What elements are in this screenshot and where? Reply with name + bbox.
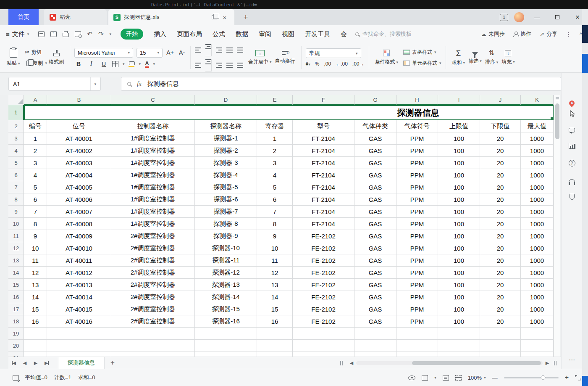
cell[interactable]: FE-2102	[293, 279, 354, 291]
cell[interactable]: PPM	[396, 181, 438, 193]
row-header-4[interactable]: 4	[8, 145, 24, 157]
cell[interactable]: 探测器-10	[195, 242, 257, 254]
cell[interactable]	[47, 340, 111, 352]
cell[interactable]: 20	[480, 193, 521, 206]
align-left-icon[interactable]	[195, 63, 201, 68]
cell[interactable]: 20	[480, 291, 521, 303]
cut-button[interactable]: ✂ 剪切	[25, 49, 47, 56]
cell[interactable]: 探测器-8	[195, 218, 257, 230]
cell[interactable]: 型号	[293, 120, 354, 132]
fx-icon[interactable]: fx	[137, 80, 142, 87]
cell[interactable]: 100	[438, 254, 480, 267]
scroll-right-icon[interactable]: ▶	[544, 360, 550, 366]
cell[interactable]: 3	[24, 157, 47, 169]
cell[interactable]: 10	[257, 242, 293, 254]
column-header-H[interactable]: H	[396, 95, 438, 105]
chevron-down-icon[interactable]: ▾	[434, 375, 436, 380]
vertical-scrollbar[interactable]	[554, 95, 560, 357]
cell[interactable]	[396, 340, 438, 352]
cell[interactable]: 11	[24, 254, 47, 267]
undo-icon[interactable]: ↶	[87, 30, 92, 38]
bold-button[interactable]: B	[74, 61, 83, 67]
cell[interactable]: 100	[438, 206, 480, 218]
cell[interactable]	[195, 328, 257, 340]
cell[interactable]: 100	[438, 132, 480, 145]
window-maximize-button[interactable]	[550, 9, 564, 25]
cell[interactable]: GAS	[354, 303, 396, 315]
cell[interactable]: 1#调度室控制器	[111, 181, 195, 193]
cell[interactable]: 1#调度室控制器	[111, 132, 195, 145]
font-size-select[interactable]: 15▾	[136, 48, 163, 58]
zoom-out-button[interactable]: —	[492, 375, 498, 381]
cell[interactable]: 8	[24, 218, 47, 230]
sync-status[interactable]: ☁ 未同步	[481, 30, 505, 38]
chevron-down-icon[interactable]: ▾	[139, 62, 141, 66]
cell[interactable]: 探测器-7	[195, 206, 257, 218]
zoom-slider[interactable]	[504, 377, 559, 378]
cell[interactable]: PPM	[396, 206, 438, 218]
cell[interactable]: PPM	[396, 315, 438, 328]
cell[interactable]: 4	[257, 169, 293, 181]
cell[interactable]: AT-40006	[47, 193, 111, 206]
cell[interactable]: 12	[24, 267, 47, 279]
row-header-5[interactable]: 5	[8, 157, 24, 169]
cell[interactable]: 100	[438, 145, 480, 157]
cell[interactable]: FE-2102	[293, 267, 354, 279]
cell[interactable]: FT-2104	[293, 206, 354, 218]
cell[interactable]: 1000	[521, 169, 554, 181]
row-header-17[interactable]: 17	[8, 303, 24, 315]
cell[interactable]: PPM	[396, 303, 438, 315]
column-header-D[interactable]: D	[195, 95, 257, 105]
cell[interactable]: 1#调度室控制器	[111, 218, 195, 230]
cell[interactable]: 7	[24, 206, 47, 218]
tab-home-ribbon[interactable]: 开始	[121, 29, 143, 40]
cell[interactable]: 探测器-6	[195, 193, 257, 206]
rocket-icon[interactable]	[568, 99, 575, 107]
eye-protect-icon[interactable]	[408, 375, 415, 380]
row-header-8[interactable]: 8	[8, 193, 24, 206]
row-header-14[interactable]: 14	[8, 267, 24, 279]
cell[interactable]: 1000	[521, 132, 554, 145]
zoom-in-button[interactable]: +	[565, 374, 569, 381]
cell[interactable]: 1#调度室控制器	[111, 169, 195, 181]
cell[interactable]: 1000	[521, 181, 554, 193]
sheet-tab-active[interactable]: 探测器信息	[58, 357, 105, 369]
cell[interactable]: 9	[257, 230, 293, 242]
page-break-view-icon[interactable]	[455, 375, 462, 381]
merge-center-button[interactable]: ↔ 合并居中▾	[247, 50, 273, 66]
cell[interactable]: GAS	[354, 145, 396, 157]
tab-data[interactable]: 数据	[236, 30, 248, 38]
docer-tab[interactable]: 稻壳	[44, 9, 107, 25]
cell[interactable]: AT-40007	[47, 206, 111, 218]
row-header-2[interactable]: 2	[8, 120, 24, 132]
sum-button[interactable]: Σ 求和▾	[450, 49, 467, 66]
document-tab[interactable]: S 探测器信息.xls ×	[108, 9, 234, 25]
cell[interactable]: GAS	[354, 181, 396, 193]
row-header-18[interactable]: 18	[8, 315, 24, 328]
horizontal-scrollbar[interactable]	[356, 361, 543, 365]
cell[interactable]: GAS	[354, 218, 396, 230]
wrap-text-button[interactable]: 自动换行	[273, 50, 297, 65]
row-header-19[interactable]: 19	[8, 328, 24, 340]
cell[interactable]: AT-40014	[47, 291, 111, 303]
cell[interactable]	[293, 340, 354, 352]
cell[interactable]	[521, 340, 554, 352]
cell[interactable]	[293, 328, 354, 340]
cell[interactable]: 9	[24, 230, 47, 242]
split-grip-icon[interactable]	[556, 97, 559, 100]
cell[interactable]: AT-40005	[47, 181, 111, 193]
tab-member[interactable]: 会	[341, 30, 347, 38]
column-header-G[interactable]: G	[354, 95, 396, 105]
cell[interactable]: 100	[438, 242, 480, 254]
cell[interactable]: 探测器-11	[195, 254, 257, 267]
table-style-button[interactable]: 表格样式 ▾	[403, 49, 441, 56]
cell[interactable]	[396, 328, 438, 340]
select-all-corner[interactable]	[8, 95, 24, 105]
cell[interactable]: 14	[257, 291, 293, 303]
cell[interactable]: 探测器-2	[195, 145, 257, 157]
cell[interactable]: FT-2104	[293, 181, 354, 193]
chevron-down-icon[interactable]: ▾	[90, 77, 96, 90]
cell[interactable]: GAS	[354, 279, 396, 291]
cell[interactable]: 探测器-3	[195, 157, 257, 169]
cell[interactable]: 上限值	[438, 120, 480, 132]
